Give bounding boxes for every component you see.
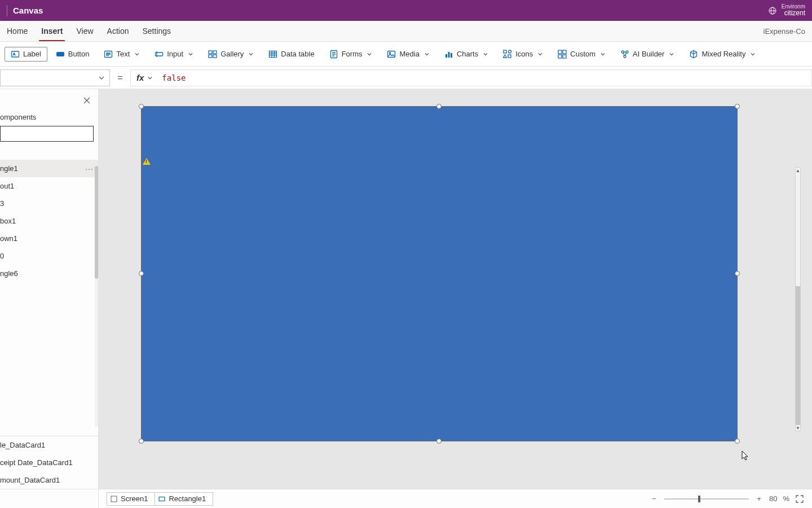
forms-button[interactable]: Forms [323, 47, 379, 62]
panel-scrollbar-thumb[interactable] [95, 166, 98, 279]
svg-rect-28 [159, 497, 165, 501]
environment-badge[interactable]: Environm citizent [768, 3, 805, 17]
tab-action[interactable]: Action [100, 21, 136, 41]
tree-item[interactable]: le_DataCard1 [0, 436, 98, 454]
tree-item[interactable]: ngle6 [0, 265, 98, 282]
scroll-track[interactable] [796, 173, 800, 425]
tree-item[interactable]: box1 [0, 212, 98, 230]
more-icon[interactable]: ··· [85, 164, 94, 173]
mixedreality-icon [689, 50, 698, 59]
icons-button[interactable]: Icons [497, 47, 549, 62]
label-button-text: Label [23, 50, 41, 58]
title-divider [7, 5, 7, 16]
svg-point-13 [390, 52, 391, 54]
app-name-label: iExpense-Co [764, 27, 807, 36]
mixedreality-button-text: Mixed Reality [701, 50, 745, 58]
chevron-down-icon [750, 51, 756, 57]
svg-rect-10 [270, 51, 277, 57]
svg-point-18 [509, 50, 511, 53]
zoom-in-button[interactable]: + [754, 494, 764, 503]
zoom-slider[interactable] [664, 498, 749, 500]
custom-button-text: Custom [570, 50, 595, 58]
scroll-up-icon[interactable]: ▲ [796, 168, 800, 173]
fullscreen-icon[interactable] [795, 494, 804, 503]
zoom-out-button[interactable]: − [650, 494, 659, 503]
aibuilder-button[interactable]: AI Builder [614, 47, 681, 62]
svg-rect-15 [448, 52, 449, 58]
svg-rect-16 [451, 53, 452, 58]
tree-item[interactable]: out1 [0, 177, 98, 195]
zoom-controls: − + 80 % [650, 494, 804, 503]
label-icon [11, 50, 20, 59]
chevron-down-icon [367, 51, 372, 57]
zoom-slider-thumb[interactable] [698, 496, 700, 502]
property-dropdown[interactable] [0, 69, 110, 86]
scroll-down-icon[interactable]: ▼ [796, 425, 800, 431]
text-button-text: Text [116, 50, 130, 58]
input-icon [155, 50, 164, 59]
scroll-thumb[interactable] [796, 286, 800, 425]
input-button[interactable]: Input [148, 47, 200, 62]
menu-tabs: Home Insert View Action Settings [0, 21, 178, 41]
rectangle-icon [158, 496, 165, 502]
resize-handle[interactable] [436, 439, 442, 444]
tree-item[interactable]: 0 [0, 247, 98, 265]
tab-insert[interactable]: Insert [34, 21, 69, 41]
icons-icon [503, 50, 512, 59]
formula-input[interactable] [155, 69, 812, 86]
resize-handle[interactable] [139, 104, 144, 109]
media-button[interactable]: Media [381, 47, 435, 62]
text-button[interactable]: Text [98, 47, 146, 62]
datatable-button[interactable]: Data table [262, 47, 320, 62]
charts-button-text: Charts [457, 50, 478, 58]
tree-item-label: mount_DataCard1 [0, 476, 60, 484]
side-status-gap [0, 489, 99, 508]
warning-icon[interactable] [143, 158, 151, 165]
gallery-button-text: Gallery [220, 50, 244, 58]
tab-home[interactable]: Home [0, 21, 34, 41]
close-icon[interactable] [82, 96, 91, 105]
chevron-down-icon [98, 75, 105, 81]
breadcrumb-screen[interactable]: Screen1 [107, 492, 155, 506]
tab-settings[interactable]: Settings [136, 21, 178, 41]
resize-handle[interactable] [735, 271, 740, 276]
resize-handle[interactable] [735, 104, 740, 109]
resize-handle[interactable] [139, 439, 144, 444]
title-bar-left: Canvas [7, 5, 43, 16]
chevron-down-icon [134, 51, 140, 57]
environment-value: citizent [782, 10, 805, 17]
tree-bottom-list: le_DataCard1 ceipt Date_DataCard1 mount_… [0, 436, 98, 489]
label-button[interactable]: Label [5, 47, 47, 62]
fx-button[interactable]: fx [130, 69, 155, 86]
svg-rect-3 [56, 52, 64, 56]
tree-item[interactable]: own1 [0, 230, 98, 247]
tree-item[interactable]: ngle1 ··· [0, 160, 98, 177]
aibuilder-button-text: AI Builder [633, 50, 664, 58]
title-bar: Canvas Environm citizent [0, 0, 812, 21]
chevron-down-icon [600, 51, 606, 57]
tree-item[interactable]: mount_DataCard1 [0, 471, 98, 489]
formula-bar: = fx [0, 67, 812, 89]
breadcrumb-label: Screen1 [121, 494, 148, 503]
media-button-text: Media [399, 50, 419, 58]
tree-search-input[interactable] [0, 126, 94, 142]
resize-handle[interactable] [139, 271, 144, 276]
button-button[interactable]: Button [50, 47, 96, 62]
resize-handle[interactable] [735, 439, 740, 444]
charts-button[interactable]: Charts [438, 47, 495, 62]
tree-item-label: own1 [0, 234, 17, 243]
breadcrumb-rectangle[interactable]: Rectangle1 [155, 492, 213, 506]
tree-item[interactable]: ceipt Date_DataCard1 [0, 454, 98, 471]
svg-rect-6 [209, 51, 212, 54]
canvas-area[interactable]: ▲ ▼ [99, 89, 812, 489]
mixedreality-button[interactable]: Mixed Reality [683, 47, 762, 62]
selected-rectangle[interactable] [141, 106, 738, 441]
components-tab[interactable]: omponents [0, 89, 98, 126]
resize-handle[interactable] [436, 104, 442, 109]
tab-view[interactable]: View [69, 21, 100, 41]
custom-button[interactable]: Custom [551, 47, 612, 62]
form-scrollbar[interactable]: ▲ ▼ [795, 167, 801, 431]
gallery-button[interactable]: Gallery [202, 47, 260, 62]
tree-item[interactable]: 3 [0, 195, 98, 212]
breadcrumb-label: Rectangle1 [169, 494, 206, 503]
